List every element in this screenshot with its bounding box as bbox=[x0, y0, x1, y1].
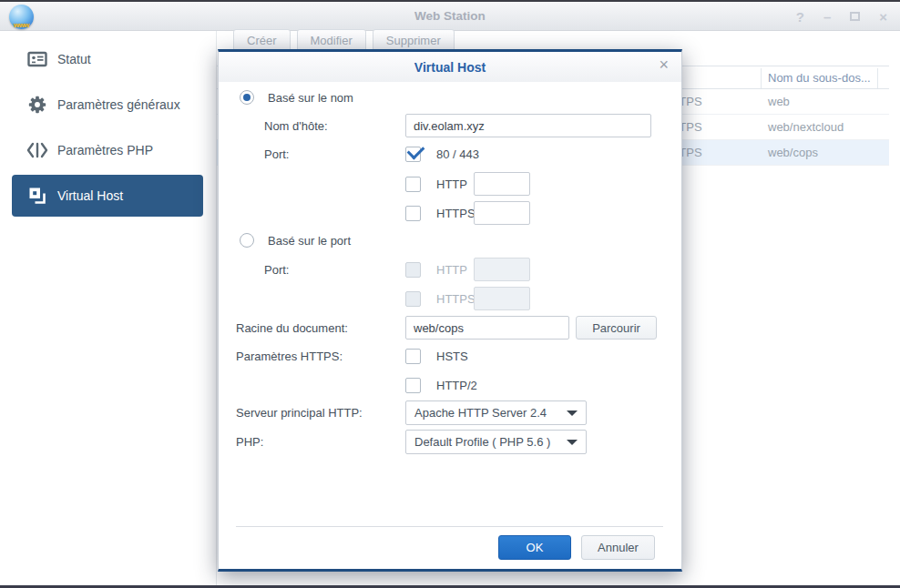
http-port-input-disabled bbox=[474, 258, 530, 281]
browse-button[interactable]: Parcourir bbox=[576, 316, 657, 340]
virtual-host-dialog: Virtual Host × Basé sur le nom Nom d'hôt… bbox=[218, 49, 682, 572]
footer-divider bbox=[236, 526, 663, 527]
php-select-value: Default Profile ( PHP 5.6 ) bbox=[414, 435, 550, 449]
http-port-row: HTTP bbox=[236, 172, 664, 196]
backend-row: Serveur principal HTTP: Apache HTTP Serv… bbox=[236, 400, 664, 425]
hostname-label: Nom d'hôte: bbox=[236, 119, 405, 133]
radio-name-based[interactable] bbox=[240, 90, 254, 105]
hostname-input[interactable] bbox=[405, 114, 651, 137]
sidebar-item-parametres-php[interactable]: Paramètres PHP bbox=[12, 129, 203, 171]
hsts-row: Paramètres HTTPS: HSTS bbox=[236, 346, 664, 366]
https-port-checkbox-disabled bbox=[405, 291, 421, 307]
dialog-body: Basé sur le nom Nom d'hôte: Port: 80 / 4… bbox=[219, 82, 681, 569]
name-based-row: Basé sur le nom bbox=[236, 87, 664, 107]
sidebar: Statut Paramètres généra bbox=[0, 31, 217, 585]
https-settings-label: Paramètres HTTPS: bbox=[236, 350, 405, 363]
backend-label: Serveur principal HTTP: bbox=[236, 406, 405, 420]
port-label: Port: bbox=[236, 263, 405, 277]
minimize-icon[interactable]: – bbox=[823, 10, 831, 24]
dialog-header: Virtual Host × bbox=[219, 52, 681, 82]
sidebar-item-label: Virtual Host bbox=[57, 188, 123, 203]
window-controls: ? – × bbox=[796, 2, 887, 31]
document-root-input[interactable] bbox=[405, 316, 569, 340]
column-divider bbox=[877, 68, 878, 88]
subfolder-cell: web/nextcloud bbox=[768, 120, 844, 134]
close-icon[interactable]: × bbox=[879, 10, 887, 24]
document-root-row: Racine du document: Parcourir bbox=[236, 316, 664, 340]
status-card-icon bbox=[26, 49, 49, 69]
php-row: PHP: Default Profile ( PHP 5.6 ) bbox=[236, 430, 664, 454]
window-title: Web Station bbox=[0, 9, 900, 23]
code-icon bbox=[26, 141, 49, 159]
hsts-label: HSTS bbox=[436, 350, 468, 363]
sidebar-item-label: Statut bbox=[57, 52, 91, 66]
port-label: Port: bbox=[236, 147, 405, 161]
virtual-host-icon bbox=[26, 186, 49, 206]
port-based-http-row: Port: HTTP bbox=[236, 258, 664, 281]
titlebar: www Web Station ? – × bbox=[0, 0, 900, 31]
radio-label: Basé sur le nom bbox=[268, 91, 353, 105]
http-port-checkbox[interactable] bbox=[405, 177, 421, 192]
web-station-window: www Web Station ? – × bbox=[0, 0, 900, 588]
backend-select-value: Apache HTTP Server 2.4 bbox=[414, 406, 547, 420]
column-header-subfolder[interactable]: Nom du sous-dos... bbox=[768, 71, 871, 85]
gear-icon bbox=[26, 95, 49, 115]
radio-label: Basé sur le port bbox=[268, 234, 351, 248]
maximize-icon[interactable] bbox=[850, 12, 860, 21]
https-port-checkbox[interactable] bbox=[405, 206, 421, 221]
chevron-down-icon bbox=[567, 440, 578, 445]
http-port-label: HTTP bbox=[436, 177, 474, 191]
port-based-row: Basé sur le port bbox=[236, 230, 664, 250]
port-default-checkbox[interactable] bbox=[405, 147, 421, 162]
sidebar-item-parametres-generaux[interactable]: Paramètres généraux bbox=[12, 84, 203, 126]
port-default-label: 80 / 443 bbox=[436, 147, 479, 161]
subfolder-cell: web/cops bbox=[768, 146, 818, 159]
http-port-input[interactable] bbox=[474, 172, 530, 196]
http2-checkbox[interactable] bbox=[405, 378, 421, 393]
help-icon[interactable]: ? bbox=[796, 10, 804, 24]
column-divider bbox=[761, 68, 762, 88]
sidebar-item-virtual-host[interactable]: Virtual Host bbox=[12, 175, 203, 217]
https-port-label: HTTPS bbox=[436, 207, 474, 220]
http2-label: HTTP/2 bbox=[436, 379, 477, 392]
http-port-label: HTTP bbox=[436, 263, 474, 277]
port-default-row: Port: 80 / 443 bbox=[236, 144, 664, 164]
sidebar-item-statut[interactable]: Statut bbox=[12, 38, 203, 80]
radio-port-based[interactable] bbox=[240, 233, 254, 248]
hostname-row: Nom d'hôte: bbox=[236, 114, 664, 137]
https-port-label: HTTPS bbox=[436, 292, 474, 306]
document-root-label: Racine du document: bbox=[236, 321, 405, 335]
dialog-title: Virtual Host bbox=[414, 60, 486, 75]
dialog-close-icon[interactable]: × bbox=[659, 56, 669, 73]
ok-button[interactable]: OK bbox=[498, 535, 571, 560]
port-based-https-row: HTTPS bbox=[236, 287, 664, 310]
cancel-button[interactable]: Annuler bbox=[581, 535, 655, 560]
chevron-down-icon bbox=[567, 411, 578, 416]
sidebar-item-label: Paramètres généraux bbox=[57, 97, 180, 112]
backend-select[interactable]: Apache HTTP Server 2.4 bbox=[405, 400, 587, 425]
php-select[interactable]: Default Profile ( PHP 5.6 ) bbox=[405, 430, 587, 454]
http-port-checkbox-disabled bbox=[405, 262, 421, 278]
https-port-input[interactable] bbox=[474, 201, 530, 225]
sidebar-item-label: Paramètres PHP bbox=[57, 143, 153, 157]
php-label: PHP: bbox=[236, 435, 405, 449]
https-port-row: HTTPS bbox=[236, 201, 664, 225]
hsts-checkbox[interactable] bbox=[405, 349, 421, 364]
https-port-input-disabled bbox=[474, 287, 530, 310]
subfolder-cell: web bbox=[768, 95, 790, 108]
http2-row: HTTP/2 bbox=[236, 375, 664, 395]
